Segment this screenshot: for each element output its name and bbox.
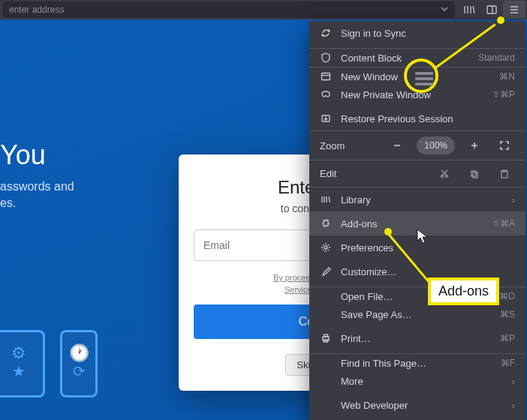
gear-icon: [320, 242, 332, 254]
device-phone-icon: 🕐⟳: [60, 330, 98, 398]
svg-rect-11: [324, 334, 328, 337]
blank-icon: [320, 399, 332, 411]
annotation-label-addons: Add-ons: [428, 278, 499, 305]
app-menu: Sign in to Sync Content Block Standard N…: [309, 21, 525, 420]
menu-label: Save Page As…: [341, 309, 491, 320]
menu-item-restore[interactable]: Restore Previous Session: [309, 106, 525, 130]
cut-button[interactable]: [434, 164, 455, 184]
menu-label: More: [341, 376, 503, 387]
menu-item-web-developer[interactable]: Web Developer ›: [309, 393, 525, 417]
menu-shortcut: ⌘P: [500, 333, 515, 344]
menu-item-new-window[interactable]: New Window ⌘N: [309, 67, 525, 82]
menu-label: Add-ons: [341, 218, 483, 230]
menu-label: Customize…: [341, 266, 515, 278]
annotation-dot-addons: [384, 228, 392, 236]
chevron-right-icon: ›: [512, 194, 515, 206]
menu-zoom-row: Zoom 100%: [309, 130, 525, 160]
svg-rect-5: [471, 171, 476, 176]
print-icon: [320, 332, 332, 344]
menu-shortcut: ⌘N: [499, 71, 515, 82]
annotation-dot-top: [497, 16, 504, 24]
menu-label: New Window: [341, 71, 490, 82]
menu-shortcut: ⌘F: [501, 358, 515, 368]
svg-rect-1: [322, 74, 330, 80]
menu-item-save-page[interactable]: Save Page As… ⌘S: [309, 302, 525, 326]
zoom-label: Zoom: [320, 140, 378, 152]
svg-rect-6: [473, 172, 477, 178]
blank-icon: [320, 375, 332, 387]
menu-label: New Private Window: [341, 89, 483, 100]
copy-button[interactable]: [464, 164, 485, 184]
blank-icon: [320, 290, 332, 302]
mask-icon: [320, 88, 332, 100]
terms-link[interactable]: Service: [285, 285, 312, 294]
chevron-right-icon: ›: [512, 376, 515, 387]
menu-label: Library: [341, 194, 503, 206]
menu-item-library[interactable]: Library ›: [309, 188, 525, 212]
hamburger-menu-button[interactable]: [503, 1, 525, 19]
svg-rect-0: [487, 6, 496, 14]
background-text: You asswords and es.: [0, 140, 180, 212]
mouse-cursor-icon: [417, 229, 429, 247]
zoom-percent[interactable]: 100%: [417, 136, 455, 154]
url-placeholder: enter address: [9, 4, 64, 15]
menu-shortcut: ⌘O: [499, 291, 515, 302]
menu-label: Restore Previous Session: [341, 113, 515, 124]
device-laptop-icon: ⚙★: [0, 330, 45, 398]
menu-shortcut: ⌘S: [500, 309, 515, 320]
menu-item-more[interactable]: More ›: [309, 369, 525, 393]
menu-shortcut: ⇧⌘A: [492, 218, 515, 229]
sync-icon: [320, 27, 332, 39]
paste-button[interactable]: [494, 164, 515, 184]
library-toolbar-button[interactable]: [458, 1, 480, 19]
shield-icon: [320, 52, 332, 64]
menu-edit-row: Edit: [309, 160, 525, 188]
menu-item-content-blocking[interactable]: Content Block Standard: [309, 48, 525, 64]
blank-icon: [320, 308, 332, 320]
library-icon: [320, 194, 332, 206]
browser-toolbar: enter address: [0, 0, 527, 20]
toolbar-right: [458, 1, 527, 19]
zoom-in-button[interactable]: [464, 135, 485, 156]
restore-icon: [320, 112, 332, 124]
menu-label: Print…: [341, 333, 491, 344]
blank-icon: [320, 357, 332, 369]
svg-point-9: [324, 246, 327, 249]
fullscreen-button[interactable]: [494, 135, 515, 156]
url-bar[interactable]: enter address: [3, 2, 455, 18]
menu-item-find[interactable]: Find in This Page… ⌘F: [309, 353, 525, 369]
window-icon: [320, 70, 332, 82]
menu-shortcut: ⇧⌘P: [492, 89, 515, 100]
edit-label: Edit: [320, 168, 425, 179]
puzzle-icon: [320, 218, 332, 230]
bg-desc1: asswords and: [0, 178, 180, 195]
menu-item-print[interactable]: Print… ⌘P: [309, 326, 525, 350]
menu-label: Web Developer: [341, 400, 503, 411]
brush-icon: [320, 266, 332, 278]
bg-devices: ⚙★ 🕐⟳: [0, 330, 98, 398]
dropdown-icon[interactable]: [440, 4, 449, 16]
zoom-out-button[interactable]: [387, 135, 408, 156]
menu-label: Find in This Page…: [341, 358, 492, 369]
bg-heading: You: [0, 140, 180, 171]
chevron-right-icon: ›: [512, 400, 515, 411]
menu-item-private-window[interactable]: New Private Window ⇧⌘P: [309, 82, 525, 106]
bg-desc2: es.: [0, 195, 180, 212]
menu-right: Standard: [478, 52, 515, 63]
